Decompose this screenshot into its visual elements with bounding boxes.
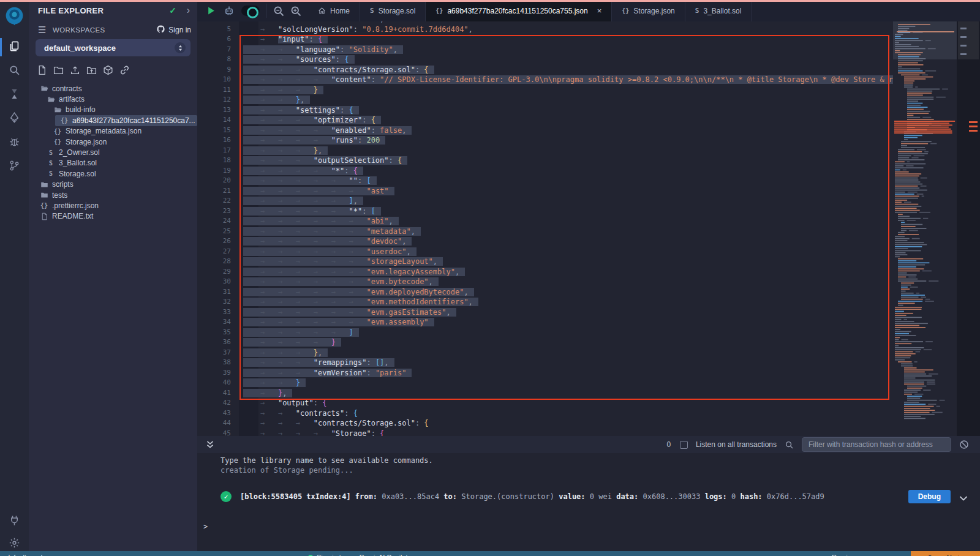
- tree-item-label: 3_Ballot.sol: [59, 159, 97, 167]
- code-line: 16→ → → → "runs": 200: [197, 135, 893, 146]
- line-number: 9: [197, 65, 231, 75]
- chevron-right-icon[interactable]: ›: [187, 5, 190, 16]
- ruler-marker: [969, 126, 978, 127]
- remix-logo-icon[interactable]: [3, 5, 26, 28]
- sidebar-deploy-run[interactable]: [0, 107, 29, 130]
- braces-icon: {}: [622, 7, 629, 14]
- ai-assistant-icon[interactable]: [223, 5, 235, 17]
- code-line: 29→ → → → → → "evm.legacyAssembly",: [197, 267, 893, 277]
- solidity-icon: S: [47, 148, 55, 157]
- sidebar-plugin-manager[interactable]: [0, 509, 29, 533]
- link-icon[interactable]: [119, 65, 130, 76]
- new-folder-icon[interactable]: [53, 65, 64, 76]
- workspaces-label: WORKSPACES: [53, 26, 105, 34]
- line-number: 7: [197, 45, 231, 55]
- terminal-output[interactable]: Type the library name to see available c…: [197, 453, 980, 551]
- hamburger-menu-icon[interactable]: ☰: [38, 24, 46, 36]
- debug-button[interactable]: Debug: [908, 490, 951, 503]
- sign-in-button[interactable]: Sign in: [156, 24, 191, 36]
- sidebar-git[interactable]: [0, 155, 29, 178]
- tree-item[interactable]: artifacts: [29, 94, 197, 104]
- clear-console-icon[interactable]: [959, 440, 969, 449]
- zoom-in-icon[interactable]: [290, 5, 302, 17]
- code-line: 31→ → → → → → "evm.deployedBytecode",: [197, 287, 893, 298]
- code-lines: 4→ "solcVersion": "0.8.19",5→ "solcLongV…: [197, 21, 893, 436]
- code-line: 41→ },: [197, 388, 893, 399]
- line-number: 30: [197, 277, 231, 287]
- line-number: 33: [197, 307, 231, 318]
- chevron-down-icon[interactable]: [959, 494, 968, 500]
- tree-item[interactable]: SStorage.sol: [29, 168, 197, 179]
- statusbar-center[interactable]: Sign in to use RemixAI Copilot: [308, 554, 408, 556]
- tree-item-label: build-info: [66, 105, 96, 114]
- line-number: 39: [197, 368, 231, 378]
- sidebar-solidity-compiler[interactable]: [0, 83, 29, 107]
- line-number: 35: [197, 328, 231, 338]
- tree-item[interactable]: README.txt: [29, 211, 197, 222]
- terminal-prompt[interactable]: >: [203, 522, 208, 531]
- cube-icon[interactable]: [103, 65, 114, 76]
- tree-item[interactable]: build-info: [29, 105, 197, 115]
- line-number: 24: [197, 216, 231, 227]
- line-number: 32: [197, 297, 231, 307]
- line-number: 44: [197, 418, 231, 429]
- code-line: 30→ → → → → → "evm.bytecode",: [197, 277, 893, 287]
- terminal-line: Type the library name to see available c…: [221, 456, 433, 465]
- file-explorer-icon: [9, 40, 20, 54]
- code-line: 25→ → → → → → "metadata",: [197, 227, 893, 237]
- workspace-dropdown[interactable]: default_workspace: [36, 39, 190, 56]
- github-icon: [156, 24, 165, 36]
- transaction-filter-input[interactable]: [802, 437, 951, 452]
- tree-item[interactable]: S3_Ballot.sol: [29, 158, 197, 168]
- tree-item[interactable]: contracts: [29, 83, 197, 94]
- tree-item[interactable]: {}Storage_metadata.json: [29, 126, 197, 137]
- line-number: 38: [197, 358, 231, 368]
- minimap[interactable]: [893, 21, 957, 436]
- upload-file-icon[interactable]: [70, 65, 81, 76]
- listen-all-checkbox[interactable]: [680, 441, 688, 449]
- tab-3-ballot-sol[interactable]: S3_Ballot.sol: [685, 0, 752, 21]
- braces-icon: {}: [53, 138, 62, 146]
- tree-item[interactable]: scripts: [29, 179, 197, 190]
- transaction-row[interactable]: ✓ [block:5583405 txIndex:4] from: 0xa03.…: [221, 489, 968, 505]
- code-line: 15→ → → → "enabled": false,: [197, 126, 893, 136]
- code-line: 23→ → → → → "*": [: [197, 206, 893, 217]
- search-icon[interactable]: [785, 440, 794, 449]
- code-editor[interactable]: 4→ "solcVersion": "0.8.19",5→ "solcLongV…: [197, 21, 980, 436]
- zoom-out-icon[interactable]: [273, 5, 285, 17]
- tab-a69b43f277ba20fcac141151250ca755-json[interactable]: {}a69b43f277ba20fcac141151250ca755.json×: [426, 0, 612, 21]
- line-number: 18: [197, 156, 231, 166]
- overview-ruler[interactable]: [957, 21, 980, 436]
- new-file-icon[interactable]: [37, 65, 48, 76]
- tree-item[interactable]: {}Storage.json: [29, 137, 197, 147]
- close-tab-icon[interactable]: ×: [597, 6, 602, 15]
- terminal-expand-icon[interactable]: [205, 440, 215, 449]
- tree-item[interactable]: {}.prettierrc.json: [29, 200, 197, 211]
- code-line: 9→ → → "contracts/Storage.sol": {: [197, 65, 893, 75]
- tree-item[interactable]: S2_Owner.sol: [29, 147, 197, 157]
- code-line: 12→ → },: [197, 95, 893, 105]
- file-tree: contractsartifactsbuild-info{}a69b43f277…: [29, 83, 197, 222]
- workspace-name: default_workspace: [44, 43, 116, 53]
- upload-folder-icon[interactable]: [86, 65, 97, 76]
- ai-toggle[interactable]: [241, 6, 260, 16]
- line-number: 6: [197, 34, 231, 45]
- tab-bar: HomeSStorage.sol{}a69b43f277ba20fcac1411…: [308, 0, 752, 21]
- tab-home[interactable]: Home: [308, 0, 360, 21]
- sidebar-file-explorer[interactable]: [0, 36, 29, 59]
- alert-badge[interactable]: Scam Alerts: [911, 551, 980, 556]
- solidity-icon: S: [47, 170, 55, 178]
- line-number: 20: [197, 176, 231, 186]
- tab-storage-sol[interactable]: SStorage.sol: [360, 0, 426, 21]
- tree-item[interactable]: {}a69b43f277ba20fcac141151250ca7...: [29, 115, 197, 126]
- tree-item[interactable]: tests: [29, 190, 197, 200]
- sidebar-debugger[interactable]: [0, 131, 29, 154]
- sidebar-search[interactable]: [0, 59, 29, 83]
- tree-item-label: Storage.json: [66, 138, 107, 146]
- run-script-button[interactable]: [205, 5, 217, 17]
- line-number: 5: [197, 24, 231, 35]
- tab-storage-json[interactable]: {}Storage.json: [612, 0, 685, 21]
- braces-icon: {}: [53, 127, 62, 135]
- code-line: 10→ → → → "content": "// SPDX-License-Id…: [197, 75, 893, 85]
- code-line: 33→ → → → → → "evm.gasEstimates",: [197, 307, 893, 318]
